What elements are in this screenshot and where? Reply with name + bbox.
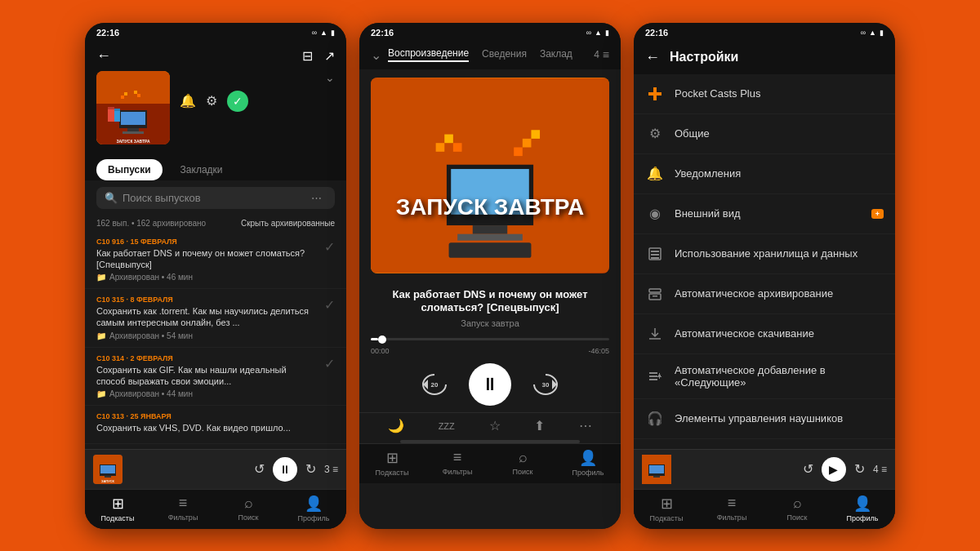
podcasts-label-3: Подкасты [650,514,684,522]
settings-item-download[interactable]: Автоматическое скачивание [634,314,895,354]
brightness-button[interactable]: 🌙 [388,418,404,433]
archiving-label: Автоматическое архивирование [675,287,884,300]
settings-item-opml[interactable]: Импорт и экспорт OPML [634,439,895,449]
queue-count[interactable]: 4 [594,49,599,60]
episode-title-3: Сохранить как GIF. Как мы нашли идеальны… [96,364,318,388]
nav-search-3[interactable]: ⌕ Поиск [764,490,830,529]
episode-date-3: С10 314 · 2 ФЕВРАЛЯ [96,354,318,362]
status-icons-2: ∞ ▲ ▮ [586,29,609,37]
share-button[interactable]: ⬆ [534,418,545,433]
episodes-meta: 162 вып. • 162 архивировано Скрыть архив… [85,216,346,231]
nav-profile-1[interactable]: 👤 Профиль [281,490,346,529]
skip-back-label: 20 [431,381,439,389]
episode-title-player: Как работает DNS и почему он может слома… [359,282,621,318]
cast-icon[interactable]: ⊟ [302,48,313,64]
mini-pause-btn[interactable]: ⏸ [273,457,297,482]
svg-rect-48 [659,373,660,379]
back-button-3[interactable]: ← [645,49,660,66]
mini-play-btn-3[interactable]: ▶ [822,457,846,482]
settings-item-autoadd[interactable]: Автоматическое добавление в «Следующие» [634,354,895,399]
settings-icon[interactable]: ⚙ [206,93,217,109]
settings-item-archiving[interactable]: Автоматическое архивирование [634,274,895,314]
settings-item-storage[interactable]: Использование хранилища и данных [634,234,895,274]
more-button[interactable]: ⋯ [579,418,592,433]
mini-queue-3[interactable]: 4 ≡ [873,464,887,475]
search-label-1: Поиск [238,513,259,522]
phone-1: 22:16 ∞ ▲ ▮ ← ⊟ ↗ [85,23,346,529]
nav-podcasts-1[interactable]: ⊞ Подкасты [85,490,150,529]
settings-item-headphones[interactable]: 🎧 Элементы управления наушников [634,399,895,439]
skip-forward-button[interactable]: 30 [528,367,564,402]
nav-profile-3[interactable]: 👤 Профиль [830,490,895,529]
filters-icon-2: ≡ [453,449,462,466]
mini-forward-btn-3[interactable]: ↻ [854,461,865,477]
search-icon: 🔍 [105,192,118,204]
bottom-nav-2: ⊞ Подкасты ≡ Фильтры ⌕ Поиск 👤 Профиль [359,443,621,483]
settings-item-general[interactable]: ⚙ Общие [634,114,895,154]
nav-filters-1[interactable]: ≡ Фильтры [150,490,216,529]
queue-icon[interactable]: ≡ [603,48,609,61]
episode-item-2[interactable]: С10 315 · 8 ФЕВРАЛЯ Сохранить как .torre… [85,289,346,348]
hide-archived-btn[interactable]: Скрыть архивированные [241,219,335,228]
svg-rect-11 [108,107,114,109]
nav-filters-3[interactable]: ≡ Фильтры [699,490,764,529]
pause-button[interactable]: ⏸ [469,363,511,406]
notifications-label: Уведомления [675,167,884,180]
episode-date-1: С10 916 · 15 ФЕВРАЛЯ [96,238,318,246]
tab-info[interactable]: Сведения [482,48,527,61]
wifi-icon-2: ▲ [595,29,602,37]
tab-bookmarks[interactable]: Закладки [169,159,234,180]
mini-controls-3: ↺ ▶ ↻ 4 ≡ [803,457,887,482]
storage-icon [645,244,665,264]
status-time-3: 22:16 [645,28,668,38]
battery-icon-2: ▮ [605,29,609,37]
nav-search-1[interactable]: ⌕ Поиск [216,490,281,529]
mini-forward-btn[interactable]: ↻ [305,461,316,477]
svg-rect-24 [523,138,532,147]
svg-rect-9 [122,131,144,134]
mini-back-btn[interactable]: ↺ [254,461,265,477]
share-icon[interactable]: ↗ [324,48,335,64]
plus-icon [645,84,665,104]
back-button[interactable]: ← [96,47,111,64]
episode-item-3[interactable]: С10 314 · 2 ФЕВРАЛЯ Сохранить как GIF. К… [85,348,346,407]
sleep-button[interactable]: ZZZ [439,421,455,431]
player-tabs: Воспроизведение Сведения Заклад [388,47,594,62]
tab-episodes[interactable]: Выпуски [96,159,163,180]
episode-check-1: ✓ [324,239,335,255]
bell-icon[interactable]: 🔔 [180,93,196,109]
phone-2: 22:16 ∞ ▲ ▮ ⌄ Воспроизведение Сведения З… [359,23,621,529]
tab-playback[interactable]: Воспроизведение [388,47,469,62]
settings-item-notifications[interactable]: 🔔 Уведомления [634,154,895,194]
episode-duration-2: Архивирован • 54 мин [109,331,193,340]
settings-title: Настройки [670,50,738,64]
podcasts-label-2: Подкасты [376,469,409,477]
nav-filters-2[interactable]: ≡ Фильтры [425,444,490,483]
episode-date-4: С10 313 · 25 ЯНВАРЯ [96,412,335,420]
subscribe-button[interactable]: ✓ [227,91,248,112]
tab-bookmark[interactable]: Заклад [540,48,572,61]
podcast-info: ⌄ 🔔 ⚙ ✓ [180,71,335,112]
more-icon[interactable]: ⋯ [311,192,322,204]
search-bar[interactable]: 🔍 Поиск выпусков ⋯ [96,187,335,209]
nav-search-2[interactable]: ⌕ Поиск [490,444,555,483]
progress-bar[interactable] [371,338,609,340]
mini-queue-1[interactable]: 3 ≡ [324,464,338,475]
episode-content-1: С10 916 · 15 ФЕВРАЛЯ Как работает DNS и … [96,238,318,282]
episode-item-1[interactable]: С10 916 · 15 ФЕВРАЛЯ Как работает DNS и … [85,231,346,290]
screen-1: ← ⊟ ↗ [85,41,346,529]
podcasts-icon-3: ⊞ [661,495,673,513]
settings-item-appearance[interactable]: ◉ Внешний вид + [634,194,895,234]
svg-rect-13 [114,109,120,111]
mini-back-btn-3[interactable]: ↺ [803,461,813,477]
chevron-down-icon[interactable]: ⌄ [371,47,381,63]
appearance-label: Внешний вид [675,207,866,220]
settings-item-plus[interactable]: Pocket Casts Plus [634,74,895,114]
episode-item-4[interactable]: С10 313 · 25 ЯНВАРЯ Сохранить как VHS, D… [85,406,346,443]
nav-podcasts-3[interactable]: ⊞ Подкасты [634,490,699,529]
current-time: 00:00 [371,347,390,355]
nav-profile-2[interactable]: 👤 Профиль [555,444,621,483]
skip-back-button[interactable]: 20 [416,367,452,402]
nav-podcasts-2[interactable]: ⊞ Подкасты [359,444,425,483]
star-button[interactable]: ☆ [489,418,501,433]
